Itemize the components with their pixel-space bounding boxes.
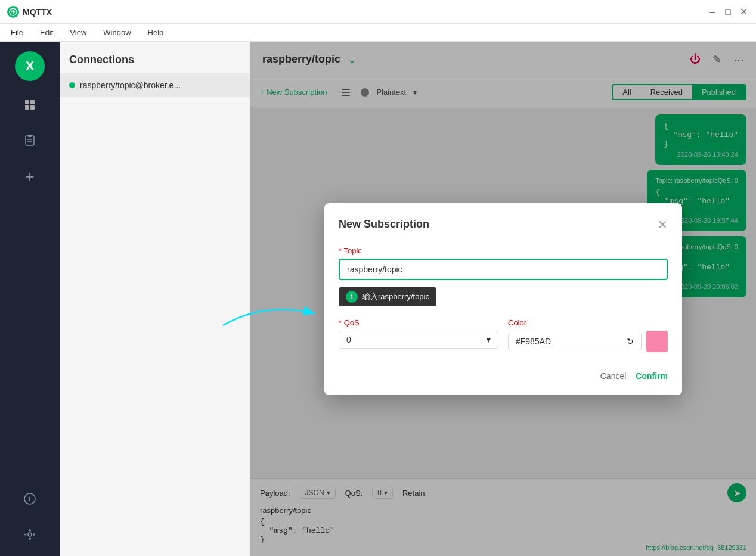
minimize-button[interactable]: – — [707, 7, 718, 17]
new-subscription-dialog: New Subscription ✕ * Topic 1 输入raspberry… — [324, 203, 682, 395]
dialog-title: New Subscription — [339, 218, 429, 231]
svg-rect-4 — [30, 105, 35, 110]
sidebar-icon-settings[interactable] — [18, 523, 42, 546]
menubar: File Edit View Window Help — [0, 24, 756, 42]
main-content: raspberry/topic ⌄ ⏻ ✎ ⋯ + New Subscripti… — [250, 42, 756, 556]
connections-panel: Connections raspberry/topic@broker.e... — [60, 42, 250, 556]
dialog-footer: Cancel Confirm — [339, 371, 668, 381]
sidebar-icon-info[interactable]: i — [18, 487, 42, 511]
sidebar-logo[interactable]: X — [15, 51, 45, 81]
qos-select-wrap[interactable]: 0 ▾ — [339, 331, 498, 349]
svg-text:i: i — [29, 495, 30, 503]
menu-view[interactable]: View — [66, 26, 90, 39]
color-col: Color #F985AD ↻ — [508, 318, 668, 352]
svg-point-11 — [28, 533, 32, 536]
connection-item[interactable]: raspberry/topic@broker.e... — [60, 73, 250, 97]
menu-edit[interactable]: Edit — [36, 26, 57, 39]
color-value: #F985AD — [516, 337, 551, 346]
sidebar-icon-add[interactable]: + — [18, 164, 42, 188]
app-logo: MQTTX — [7, 6, 707, 18]
app-icon — [7, 6, 19, 18]
dialog-close-button[interactable]: ✕ — [658, 218, 668, 232]
qos-select-arrow: ▾ — [487, 335, 491, 344]
qos-col: * QoS 0 ▾ — [339, 318, 498, 352]
close-button[interactable]: ✕ — [738, 7, 749, 17]
modal-overlay: New Subscription ✕ * Topic 1 输入raspberry… — [250, 42, 756, 556]
app-title: MQTTX — [23, 7, 52, 17]
titlebar: MQTTX – □ ✕ — [0, 0, 756, 24]
cancel-button[interactable]: Cancel — [600, 371, 627, 381]
sidebar: X + i — [0, 42, 60, 556]
confirm-button[interactable]: Confirm — [636, 371, 668, 381]
color-input-wrap: #F985AD ↻ — [508, 333, 642, 350]
topic-field: * Topic 1 输入raspberry/topic — [339, 246, 668, 306]
topic-input[interactable] — [339, 259, 668, 280]
connection-name: raspberry/topic@broker.e... — [80, 80, 181, 90]
dialog-row: * QoS 0 ▾ Color — [339, 318, 668, 352]
svg-rect-2 — [30, 100, 35, 104]
tooltip-box: 1 输入raspberry/topic — [339, 287, 436, 306]
tooltip-text: 输入raspberry/topic — [362, 291, 429, 302]
svg-rect-3 — [25, 105, 29, 110]
dialog-header: New Subscription ✕ — [339, 218, 668, 232]
maximize-button[interactable]: □ — [723, 7, 733, 17]
svg-rect-1 — [25, 100, 29, 104]
svg-rect-6 — [28, 135, 32, 137]
color-refresh-icon[interactable]: ↻ — [627, 337, 634, 346]
menu-file[interactable]: File — [7, 26, 27, 39]
qos-select-value: 0 — [346, 335, 351, 344]
color-field-label: Color — [508, 318, 668, 327]
menu-help[interactable]: Help — [144, 26, 168, 39]
connections-title: Connections — [60, 42, 250, 73]
sidebar-icon-connection[interactable] — [18, 93, 42, 117]
qos-field-label: * QoS — [339, 318, 498, 327]
menu-window[interactable]: Window — [100, 26, 134, 39]
window-controls: – □ ✕ — [707, 7, 749, 17]
sidebar-icon-clipboard[interactable] — [18, 129, 42, 153]
connection-status-dot — [69, 82, 75, 88]
color-swatch-preview[interactable] — [646, 331, 668, 352]
topic-field-label: * Topic — [339, 246, 668, 255]
tooltip-number: 1 — [346, 291, 358, 303]
svg-rect-5 — [26, 136, 34, 145]
